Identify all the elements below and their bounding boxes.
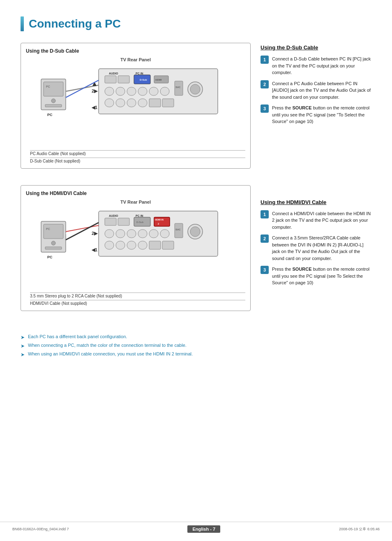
svg-rect-4 xyxy=(118,76,129,83)
svg-rect-13 xyxy=(149,87,158,95)
footer-page-label: English - 7 xyxy=(187,525,220,533)
note2-text: When connecting a PC, match the color of… xyxy=(28,343,187,348)
svg-rect-53 xyxy=(116,241,125,249)
svg-text:D-Sub: D-Sub xyxy=(140,79,147,81)
svg-rect-65 xyxy=(45,247,62,249)
svg-rect-19 xyxy=(149,99,161,107)
right-column: Using the D-Sub Cable 1 Connect a D-Sub … xyxy=(261,43,371,327)
svg-rect-52 xyxy=(105,241,114,249)
footer: BN68-01662A-00Eng_0404.indd 7 English - … xyxy=(0,522,392,533)
dsub-step-3: 3 Press the SOURCE button on the remote … xyxy=(261,104,371,125)
footer-timestamp: 2008-05-19 오후 6:05:46 xyxy=(339,527,380,532)
dsub-diagram-box: Using the D-Sub Cable TV Rear Panel AUDI… xyxy=(21,43,251,169)
note3-arrow-icon: ➤ xyxy=(21,352,25,358)
svg-rect-26 xyxy=(44,82,63,96)
dsub-diagram-svg: AUDIO PC IN D-Sub HDMI xyxy=(33,65,238,147)
hdmi-cable2-label: HDMI/DVI Cable (Not supplied) xyxy=(30,300,245,306)
hdmi-diagram-title: Using the HDMI/DVI Cable xyxy=(26,190,245,196)
svg-point-24 xyxy=(190,84,200,94)
title-accent-bar xyxy=(21,16,24,31)
svg-text:PC: PC xyxy=(47,255,53,259)
dsub-step-1: 1 Connect a D-Sub Cable between PC IN [P… xyxy=(261,56,371,76)
main-content: Using the D-Sub Cable TV Rear Panel AUDI… xyxy=(21,43,371,327)
svg-text:PC IN: PC IN xyxy=(136,214,143,217)
hdmi-instruction-section: Using the HDMI/DVI Cable 1 Connect a HDM… xyxy=(261,199,371,286)
svg-rect-9 xyxy=(105,87,114,95)
dsub-step1-text: Connect a D-Sub Cable between PC IN [PC]… xyxy=(272,56,371,76)
dsub-cable-labels: PC Audio Cable (Not supplied) D-Sub Cabl… xyxy=(26,150,245,163)
note-item-1: ➤ Each PC has a different back panel con… xyxy=(21,334,371,340)
hdmi-step3-text: Press the SOURCE button on the remote co… xyxy=(272,266,371,286)
dsub-instruction-title: Using the D-Sub Cable xyxy=(261,44,371,51)
footer-file-info: BN68-01662A-00Eng_0404.indd 7 xyxy=(12,527,69,531)
svg-text:2▶: 2▶ xyxy=(92,88,98,93)
svg-rect-20 xyxy=(162,99,174,107)
svg-rect-18 xyxy=(138,99,147,107)
dsub-step1-num: 1 xyxy=(261,56,269,64)
svg-rect-17 xyxy=(127,99,136,107)
svg-text:◀1: ◀1 xyxy=(91,105,97,110)
hdmi-step-1: 1 Connect a HDMI/DVI cable between the H… xyxy=(261,210,371,231)
note1-text: Each PC has a different back panel confi… xyxy=(28,334,127,339)
note1-arrow-icon: ➤ xyxy=(21,334,25,340)
svg-rect-55 xyxy=(138,241,147,249)
dsub-step3-num: 3 xyxy=(261,104,269,113)
dsub-step2-num: 2 xyxy=(261,80,269,88)
svg-text:SVC: SVC xyxy=(175,228,181,231)
svg-point-27 xyxy=(51,99,55,103)
dsub-cable2-label: D-Sub Cable (Not supplied) xyxy=(30,158,245,163)
hdmi-step2-num: 2 xyxy=(261,235,269,243)
svg-rect-49 xyxy=(138,230,147,238)
page-title: Connecting a PC xyxy=(29,17,121,30)
svg-rect-57 xyxy=(162,241,174,249)
svg-text:PC IN: PC IN xyxy=(136,72,143,75)
hdmi-step2-text: Connect a 3.5mm Stereo/2RCA Cable cable … xyxy=(272,235,371,262)
hdmi-step1-num: 1 xyxy=(261,210,269,218)
svg-rect-12 xyxy=(138,87,147,95)
svg-text:2: 2 xyxy=(158,223,159,225)
svg-rect-48 xyxy=(127,230,136,238)
svg-text:HDMI IN: HDMI IN xyxy=(155,218,164,221)
note-item-2: ➤ When connecting a PC, match the color … xyxy=(21,343,371,349)
svg-rect-28 xyxy=(45,104,62,107)
hdmi-step1-text: Connect a HDMI/DVI cable between the HDM… xyxy=(272,210,371,231)
hdmi-step-3: 3 Press the SOURCE button on the remote … xyxy=(261,266,371,286)
svg-text:SVC: SVC xyxy=(175,86,181,88)
hdmi-step3-num: 3 xyxy=(261,266,269,274)
dsub-tv-rear-label: TV Rear Panel xyxy=(26,57,245,62)
hdmi-tv-panel-area: AUDIO PC IN D-Sub HDMI IN 2 xyxy=(26,207,245,289)
svg-rect-40 xyxy=(118,218,129,225)
note3-text: When using an HDMI/DVI cable connection,… xyxy=(28,351,193,356)
note2-arrow-icon: ➤ xyxy=(21,343,25,349)
dsub-tv-panel-area: AUDIO PC IN D-Sub HDMI xyxy=(26,65,245,147)
svg-rect-16 xyxy=(116,99,125,107)
hdmi-cable1-label: 3.5 mm Stereo plug to 2 RCA Cable (Not s… xyxy=(30,293,245,298)
svg-rect-15 xyxy=(105,99,114,107)
svg-text:HDMI: HDMI xyxy=(155,79,162,81)
note-item-3: ➤ When using an HDMI/DVI cable connectio… xyxy=(21,351,371,358)
svg-rect-56 xyxy=(149,241,161,249)
svg-text:PC: PC xyxy=(46,85,50,88)
hdmi-diagram-box: Using the HDMI/DVI Cable TV Rear Panel A… xyxy=(21,185,251,311)
dsub-step-2: 2 Connect a PC Audio Cable between PC IN… xyxy=(261,80,371,101)
svg-text:PC: PC xyxy=(46,228,50,230)
svg-rect-54 xyxy=(127,241,136,249)
svg-rect-47 xyxy=(116,230,125,238)
svg-text:2▶: 2▶ xyxy=(92,231,98,236)
svg-rect-11 xyxy=(127,87,136,95)
svg-rect-46 xyxy=(105,230,114,238)
dsub-cable1-label: PC Audio Cable (Not supplied) xyxy=(30,150,245,156)
hdmi-tv-rear-label: TV Rear Panel xyxy=(26,200,245,204)
dsub-diagram-title: Using the D-Sub Cable xyxy=(26,48,245,54)
svg-rect-39 xyxy=(105,218,116,225)
left-column: Using the D-Sub Cable TV Rear Panel AUDI… xyxy=(21,43,251,327)
hdmi-diagram-svg: AUDIO PC IN D-Sub HDMI IN 2 xyxy=(33,207,238,289)
svg-rect-50 xyxy=(149,230,158,238)
hdmi-cable-labels: 3.5 mm Stereo plug to 2 RCA Cable (Not s… xyxy=(26,293,245,306)
svg-text:AUDIO: AUDIO xyxy=(109,214,118,217)
svg-rect-3 xyxy=(105,76,116,83)
svg-text:D-Sub: D-Sub xyxy=(136,221,144,223)
svg-text:◀1: ◀1 xyxy=(91,247,97,252)
dsub-instruction-section: Using the D-Sub Cable 1 Connect a D-Sub … xyxy=(261,44,371,125)
svg-rect-10 xyxy=(116,87,125,95)
